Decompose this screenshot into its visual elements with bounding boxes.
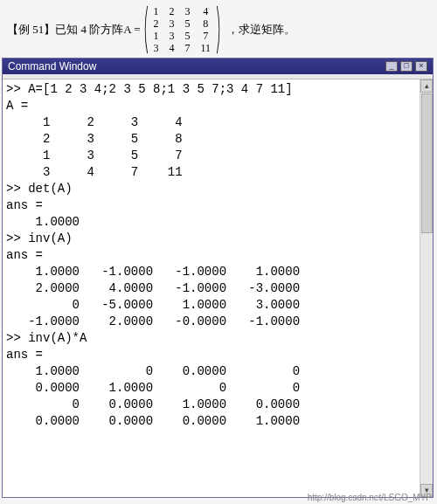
vertical-scrollbar[interactable]: ▴ ▾ <box>420 79 433 497</box>
problem-suffix: ，求逆矩阵。 <box>227 22 295 38</box>
titlebar[interactable]: Command Window _ □ × <box>3 59 433 74</box>
close-button[interactable]: × <box>415 61 427 72</box>
matrix-A: 1234 2358 1357 34711 <box>142 5 223 54</box>
problem-prefix: 【例 51】已知 4 阶方阵A = <box>7 22 141 38</box>
right-paren-icon <box>216 5 222 54</box>
problem-statement: 【例 51】已知 4 阶方阵A = 1234 2358 1357 34711 ，… <box>0 0 437 58</box>
scroll-thumb[interactable] <box>421 93 433 233</box>
minimize-button[interactable]: _ <box>385 61 398 72</box>
command-window: Command Window _ □ × >> A=[1 2 3 4;2 3 5… <box>2 58 434 498</box>
matrix-table: 1234 2358 1357 34711 <box>149 5 217 54</box>
console-output[interactable]: >> A=[1 2 3 4;2 3 5 8;1 3 5 7;3 4 7 11] … <box>3 79 420 497</box>
maximize-button[interactable]: □ <box>400 61 413 72</box>
window-title: Command Window <box>8 60 96 72</box>
watermark: http://blog.csdn.net/LSGO_MYP <box>308 493 432 502</box>
scroll-up-button[interactable]: ▴ <box>420 79 433 93</box>
left-paren-icon <box>142 5 149 54</box>
